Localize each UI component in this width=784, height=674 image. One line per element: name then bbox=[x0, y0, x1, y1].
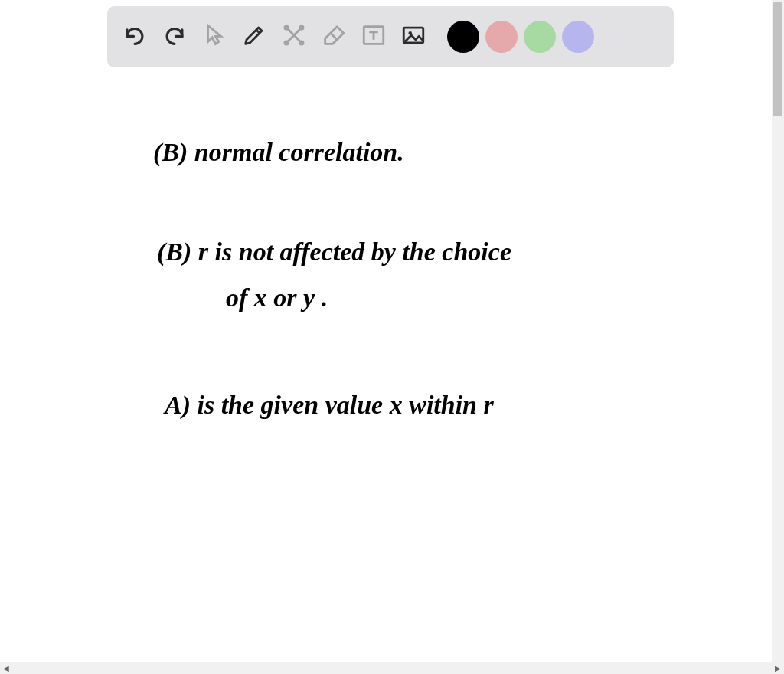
scroll-right-arrow-icon[interactable]: ▶ bbox=[772, 662, 784, 674]
redo-icon bbox=[162, 22, 188, 51]
color-purple[interactable] bbox=[562, 21, 594, 53]
handwriting-line: (B) normal correlation. bbox=[153, 138, 404, 167]
handwriting-line: (B) r is not affected by the choice bbox=[157, 237, 511, 267]
color-black[interactable] bbox=[447, 21, 479, 53]
insert-image-button[interactable] bbox=[397, 20, 430, 54]
whiteboard-app: /* replaced below with cleaner SVGs */ bbox=[0, 0, 784, 674]
textbox-icon bbox=[361, 22, 387, 51]
drawing-toolbar bbox=[107, 6, 674, 67]
eraser-button[interactable] bbox=[317, 20, 351, 54]
pointer-button[interactable] bbox=[198, 20, 231, 54]
vertical-scroll-thumb[interactable] bbox=[773, 2, 782, 116]
undo-button[interactable] bbox=[118, 20, 152, 54]
pen-icon bbox=[241, 22, 267, 51]
color-green[interactable] bbox=[524, 21, 556, 53]
redo-button[interactable] bbox=[158, 20, 191, 54]
image-icon bbox=[400, 22, 426, 51]
handwriting-line: A) is the given value x within r bbox=[163, 391, 495, 420]
vertical-scrollbar[interactable]: ▲ bbox=[772, 0, 784, 662]
color-pink[interactable] bbox=[485, 21, 518, 53]
pen-button[interactable] bbox=[237, 20, 271, 54]
text-button[interactable] bbox=[357, 20, 390, 54]
shape-tools-button[interactable] bbox=[277, 20, 311, 54]
pointer-icon bbox=[201, 22, 227, 51]
handwriting-line: of x or y . bbox=[226, 283, 328, 312]
scroll-left-arrow-icon[interactable]: ◀ bbox=[0, 662, 12, 674]
eraser-icon bbox=[321, 22, 347, 51]
horizontal-scrollbar[interactable]: ◀ ▶ bbox=[0, 662, 784, 674]
tools-icon bbox=[281, 22, 307, 51]
undo-icon bbox=[122, 22, 148, 51]
drawing-canvas[interactable]: (B) normal correlation. (B) r is not aff… bbox=[0, 77, 772, 659]
